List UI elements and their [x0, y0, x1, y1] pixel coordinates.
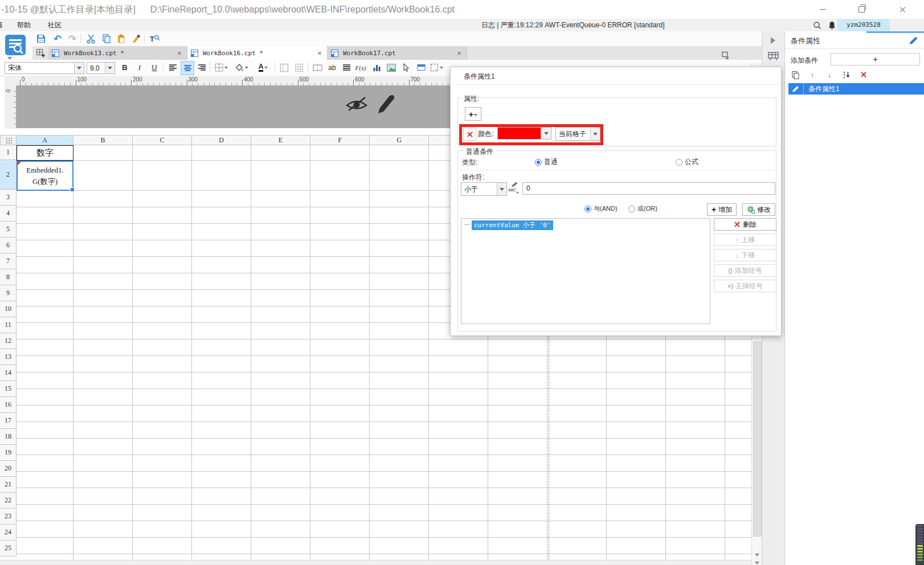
- menu-item-help[interactable]: 帮助: [17, 19, 31, 31]
- row-header-21[interactable]: 21: [0, 477, 17, 493]
- row-header-18[interactable]: 18: [0, 429, 17, 445]
- redo-button[interactable]: ↷: [66, 32, 79, 46]
- sort-icon[interactable]: [842, 70, 851, 79]
- row-header-15[interactable]: 15: [0, 381, 17, 397]
- row-header-25[interactable]: 25: [0, 541, 17, 556]
- row-header-2[interactable]: 2: [0, 160, 17, 190]
- freeze-pane-button[interactable]: [278, 61, 291, 74]
- scroll-down-icon[interactable]: [755, 562, 759, 564]
- move-down-icon[interactable]: ↓: [825, 70, 834, 79]
- align-right-button[interactable]: [195, 61, 208, 74]
- select-all-corner[interactable]: [0, 135, 17, 145]
- close-button[interactable]: [889, 0, 915, 19]
- new-worksheet-icon[interactable]: [32, 46, 48, 60]
- row-header-12[interactable]: 12: [0, 333, 17, 349]
- move-down-clause-button[interactable]: ↓下移: [714, 249, 776, 261]
- copy-button[interactable]: [100, 32, 113, 46]
- collapse-panel-icon[interactable]: [771, 37, 775, 44]
- operator-dropdown[interactable]: 小于: [461, 182, 507, 196]
- condition-list-item-selected[interactable]: 条件属性1: [788, 83, 924, 95]
- radio-and[interactable]: 与(AND): [584, 204, 618, 213]
- notification-bell-icon[interactable]: [827, 21, 836, 30]
- insert-chart-button[interactable]: [370, 61, 383, 74]
- copy-icon[interactable]: [791, 70, 800, 79]
- value-type-abc-icon[interactable]: ABC: [508, 181, 520, 195]
- save-button[interactable]: [34, 32, 48, 46]
- edit-pencil-icon[interactable]: [375, 93, 395, 118]
- close-tab-icon[interactable]: ×: [455, 49, 463, 58]
- insert-text-button[interactable]: ab: [326, 61, 338, 74]
- search-icon[interactable]: [812, 21, 821, 30]
- align-left-button[interactable]: [166, 61, 179, 74]
- scroll-down-icon[interactable]: [755, 554, 759, 556]
- font-family-select[interactable]: 宋体: [5, 62, 84, 74]
- row-header-16[interactable]: 16: [0, 397, 17, 413]
- insert-widget-button[interactable]: [415, 61, 427, 74]
- insert-image-button[interactable]: [385, 61, 398, 74]
- row-header-10[interactable]: 10: [0, 301, 17, 317]
- close-tab-icon[interactable]: ×: [316, 49, 324, 58]
- row-header-13[interactable]: 13: [0, 349, 17, 365]
- row-header-11[interactable]: 11: [0, 317, 17, 333]
- paste-button[interactable]: [115, 32, 128, 46]
- add-attribute-button[interactable]: +: [465, 107, 481, 121]
- minimize-button[interactable]: [809, 0, 836, 19]
- font-size-select[interactable]: 9.0: [87, 62, 115, 74]
- column-header-G[interactable]: G: [370, 136, 429, 145]
- row-header-8[interactable]: 8: [0, 269, 17, 285]
- grid-view-button[interactable]: [293, 61, 305, 74]
- insert-formula-button[interactable]: F(x): [353, 61, 368, 74]
- modify-condition-button[interactable]: 修改: [742, 203, 775, 216]
- delete-x-icon[interactable]: [859, 70, 868, 79]
- borders-button[interactable]: [213, 61, 229, 74]
- cell-A1[interactable]: 数字: [17, 145, 73, 161]
- tab-workbook13cpt[interactable]: WorkBook13.cpt *×: [48, 46, 187, 60]
- tab-workbook17cpt[interactable]: WorkBook17.cpt×: [328, 46, 467, 60]
- column-header-B[interactable]: B: [73, 136, 133, 145]
- row-header-1[interactable]: 1: [0, 145, 17, 160]
- row-header-7[interactable]: 7: [0, 253, 17, 269]
- row-header-6[interactable]: 6: [0, 238, 17, 253]
- undo-button[interactable]: ↶: [51, 32, 64, 46]
- bold-button[interactable]: B: [118, 61, 131, 74]
- column-header-C[interactable]: C: [133, 136, 192, 145]
- remove-attribute-button[interactable]: [463, 128, 476, 141]
- move-up-icon[interactable]: ↑: [808, 70, 817, 79]
- log-status-text[interactable]: 日志 | 严重:19:12:29 AWT-EventQueue-0 ERROR …: [481, 19, 664, 31]
- align-center-button[interactable]: [181, 61, 194, 75]
- column-header-E[interactable]: E: [251, 136, 310, 145]
- add-condition-button[interactable]: +: [831, 53, 920, 65]
- report-block-icon[interactable]: [767, 51, 779, 64]
- cell-element-button[interactable]: [428, 61, 444, 74]
- scope-dropdown[interactable]: 当前格子: [555, 127, 600, 141]
- tab-workbook16cpt[interactable]: WorkBook16.cpt *×: [187, 46, 328, 60]
- color-dropdown[interactable]: [497, 127, 551, 140]
- row-header-17[interactable]: 17: [0, 413, 17, 429]
- menu-item-clipped[interactable]: 器: [0, 19, 4, 31]
- template-search-icon[interactable]: [5, 34, 26, 58]
- vertical-scroll-thumb[interactable]: [753, 342, 762, 537]
- row-header-23[interactable]: 23: [0, 509, 17, 525]
- fill-color-button[interactable]: [234, 61, 250, 74]
- radio-type-formula[interactable]: 公式: [676, 157, 698, 167]
- user-account-chip[interactable]: yzm203528: [837, 19, 890, 31]
- restore-button[interactable]: [848, 0, 874, 19]
- column-header-D[interactable]: D: [192, 136, 251, 145]
- row-header-3[interactable]: 3: [0, 190, 17, 206]
- row-header-14[interactable]: 14: [0, 365, 17, 381]
- underline-button[interactable]: U: [148, 61, 161, 74]
- row-header-22[interactable]: 22: [0, 493, 17, 509]
- row-header-20[interactable]: 20: [0, 461, 17, 477]
- selection-handle[interactable]: [70, 187, 75, 192]
- column-header-F[interactable]: F: [310, 136, 370, 145]
- close-tab-icon[interactable]: ×: [175, 49, 183, 58]
- condition-value-input[interactable]: [522, 182, 775, 195]
- delete-clause-button[interactable]: 删除: [714, 218, 776, 231]
- column-header-A[interactable]: A: [17, 136, 73, 145]
- row-header-9[interactable]: 9: [0, 285, 17, 301]
- radio-or[interactable]: 或(OR): [628, 204, 657, 213]
- add-bracket-button[interactable]: ()添加括号: [714, 264, 776, 277]
- condition-clause-list[interactable]: currentValue 小于 '0': [461, 218, 710, 324]
- format-painter-button[interactable]: [129, 32, 143, 46]
- eye-slash-icon[interactable]: [344, 93, 369, 117]
